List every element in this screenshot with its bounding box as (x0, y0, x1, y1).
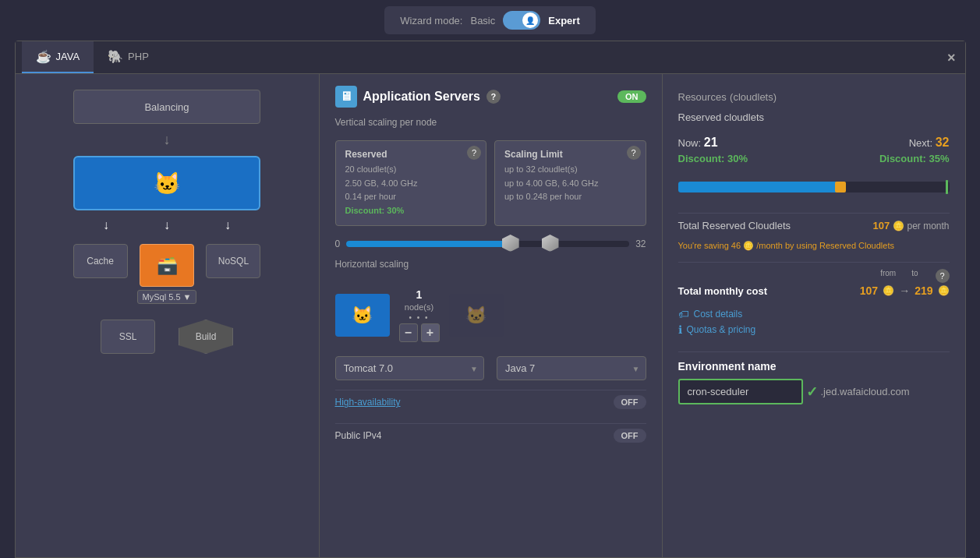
tab-php-label: PHP (128, 51, 149, 62)
now-label-value: Now: 21 (678, 136, 748, 150)
from-to-label: from to ? (678, 269, 950, 283)
monthly-help-icon[interactable]: ? (936, 269, 950, 283)
env-name-input[interactable] (678, 379, 803, 404)
faded-tomcat-icon: 🐱 (465, 305, 486, 326)
coin-icon-2: 🪙 (743, 241, 754, 250)
balancing-box[interactable]: Balancing (73, 90, 260, 124)
app-servers-on-badge[interactable]: ON (617, 90, 646, 103)
active-node-icon[interactable]: 🐱 (335, 294, 390, 337)
java-version-select[interactable]: Java 7 (497, 356, 646, 380)
tomcat-node[interactable]: 🐱 (73, 156, 260, 210)
scaling-slider-area: 0 32 (335, 238, 646, 249)
decrement-button[interactable]: − (399, 323, 418, 342)
total-reserved-value: 107 🪙 per month (873, 220, 950, 231)
reserved-gb-info: 2.50 GB, 4.00 GHz (345, 177, 477, 191)
reserved-per-hour: 0.14 per hour (345, 190, 477, 204)
scaling-limit-cloudlets: up to 32 cloudlet(s) (504, 163, 636, 177)
public-ipv4-row: Public IPv4 OFF (335, 423, 646, 447)
next-col: Next: 32 Discount: 35% (879, 136, 950, 164)
public-ipv4-label: Public IPv4 (335, 430, 382, 441)
monthly-arrow: → (899, 284, 910, 297)
discount-now: Discount: 30% (678, 153, 748, 164)
reserved-discount: Discount: 30% (345, 204, 477, 218)
environment-name-section: Environment name ✓ .jed.wafaicloud.com (678, 351, 950, 404)
java-version-dropdown[interactable]: Java 7 (497, 356, 646, 380)
tab-php[interactable]: 🐘 PHP (94, 41, 163, 73)
high-availability-label[interactable]: High-availability (335, 397, 401, 408)
cost-details-link[interactable]: 🏷 Cost details (678, 308, 950, 320)
wizard-mode-toggle[interactable]: 👤 (503, 11, 540, 30)
slider-fill (346, 241, 511, 247)
monthly-cost-row: Total monthly cost 107 🪙 → 219 🪙 (678, 284, 950, 297)
coin-icon-1: 🪙 (893, 221, 904, 231)
mysql-label[interactable]: MySql 5.5 ▼ (137, 290, 197, 304)
slider-handle-left[interactable] (502, 235, 519, 254)
ssl-node[interactable]: SSL (101, 320, 155, 354)
cloudlet-slider[interactable] (678, 182, 950, 192)
monthly-values: 107 🪙 → 219 🪙 (860, 284, 950, 297)
build-node[interactable]: Build (179, 320, 233, 354)
scaling-slider-track[interactable] (346, 241, 629, 247)
hex-handle-left (502, 235, 519, 252)
quotas-link[interactable]: ℹ Quotas & pricing (678, 323, 950, 336)
arrow-down-1: ↓ (164, 132, 171, 148)
horizontal-scaling-label: Horizontal scaling (335, 259, 646, 270)
main-content: Balancing ↓ 🐱 ↓ ↓ ↓ Cache 🗃️ (16, 74, 965, 557)
wizard-basic-label: Basic (470, 15, 495, 26)
slider-min: 0 (335, 238, 341, 249)
hex-handle-right (542, 235, 559, 252)
tomcat-version-dropdown[interactable]: Tomcat 7.0 (335, 356, 485, 380)
slider-handle-right[interactable] (542, 235, 559, 254)
toggle-knob: 👤 (522, 12, 538, 28)
app-server-icon: 🖥 (335, 86, 357, 108)
cloudlets-row: Now: 21 Discount: 30% Next: 32 Discount: (678, 136, 950, 164)
ha-toggle[interactable]: OFF (614, 395, 646, 409)
total-reserved-label: Total Reserved Cloudlets (678, 220, 791, 231)
app-servers-help-icon[interactable]: ? (486, 90, 501, 104)
reserved-box: ? Reserved 20 cloudlet(s) 2.50 GB, 4.00 … (335, 140, 487, 226)
env-check-mark: ✓ (806, 383, 818, 401)
reserved-cloudlets-label: Reserved cloudlets (678, 111, 950, 123)
reserved-cloudlets-info: 20 cloudlet(s) (345, 163, 477, 177)
high-availability-row: High-availability OFF (335, 390, 646, 414)
tomcat-icon: 🐱 (154, 171, 181, 196)
nosql-node[interactable]: NoSQL (206, 244, 260, 278)
horizontal-scaling-row: 🐱 1 node(s) • • • − + 🐱 (335, 288, 646, 342)
arrow-center: ↓ (164, 218, 170, 232)
close-button[interactable]: × (947, 49, 956, 65)
php-icon: 🐘 (108, 49, 123, 64)
saving-text: You're saving 46 🪙 /month by using Reser… (678, 241, 950, 251)
cloudlet-slider-fill (678, 182, 841, 192)
mysql-node[interactable]: 🗃️ (140, 244, 194, 287)
cache-node[interactable]: Cache (73, 244, 128, 278)
node-count-area: 1 node(s) • • • − + (399, 288, 440, 342)
mysql-icon: 🗃️ (157, 256, 178, 276)
tab-java-label: JAVA (56, 51, 80, 62)
faded-node-icon: 🐱 (449, 294, 504, 337)
env-input-row: ✓ .jed.wafaicloud.com (678, 379, 950, 404)
reserved-help-icon[interactable]: ? (467, 146, 481, 160)
mid-panel: 🖥 Application Servers ? ON Vertical scal… (320, 74, 663, 557)
quotas-icon: ℹ (678, 323, 682, 336)
arrow-left: ↓ (103, 218, 109, 232)
scaling-limit-per-hour: up to 0.248 per hour (504, 190, 636, 204)
resources-title: Resources (cloudlets) (678, 90, 950, 104)
bottom-nodes: Cache 🗃️ MySql 5.5 ▼ NoSQL (73, 244, 261, 304)
node-dots: • • • (409, 313, 429, 322)
slider-max: 32 (635, 238, 646, 249)
tab-bar: ☕ JAVA 🐘 PHP × (16, 41, 965, 74)
right-panel: Resources (cloudlets) Reserved cloudlets… (663, 74, 965, 557)
increment-button[interactable]: + (421, 323, 440, 342)
cloudlet-end-marker (946, 180, 948, 194)
monthly-cost-label: Total monthly cost (678, 285, 768, 297)
ipv4-toggle[interactable]: OFF (614, 429, 646, 443)
tab-java[interactable]: ☕ JAVA (22, 41, 94, 73)
main-dialog: ☕ JAVA 🐘 PHP × Balancing ↓ 🐱 ↓ ↓ ↓ (15, 41, 966, 558)
scaling-limit-help-icon[interactable]: ? (627, 146, 641, 160)
coin-icon-3: 🪙 (883, 285, 894, 296)
cost-details-icon: 🏷 (678, 308, 689, 320)
tomcat-version-select[interactable]: Tomcat 7.0 (335, 356, 485, 380)
links-section: 🏷 Cost details ℹ Quotas & pricing (678, 308, 950, 336)
node-controls: − + (399, 323, 440, 342)
total-reserved-section: Total Reserved Cloudlets 107 🪙 per month (678, 213, 950, 231)
